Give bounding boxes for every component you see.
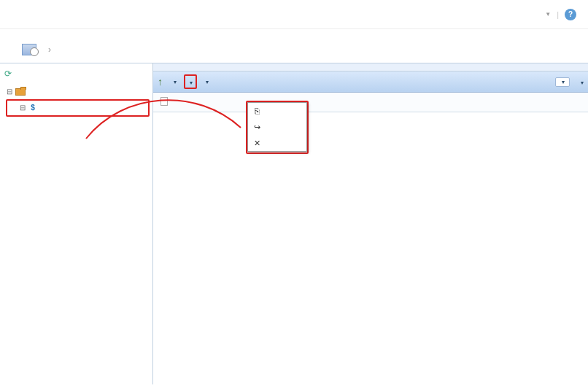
annotation-box-tree: ⊟ $ bbox=[6, 99, 150, 117]
copy-icon: ⎘ bbox=[252, 107, 261, 115]
mostrar-count[interactable] bbox=[579, 77, 584, 86]
annotation-box-dropdown: ⎘ ↪ ✕ bbox=[246, 101, 309, 154]
breadcrumb-sep: › bbox=[48, 44, 51, 55]
breadcrumb: › bbox=[0, 29, 588, 63]
menu-mover[interactable]: ↪ bbox=[248, 119, 306, 135]
th-check[interactable] bbox=[153, 97, 175, 107]
tree-test-grupos[interactable]: ⊟ $ bbox=[7, 101, 148, 114]
th-type[interactable] bbox=[175, 97, 198, 107]
annotation-box-acciones bbox=[184, 74, 197, 89]
content-title bbox=[153, 63, 588, 71]
tb-nuevo[interactable] bbox=[172, 79, 177, 85]
table bbox=[153, 93, 588, 384]
menu-copiar[interactable]: ⎘ bbox=[248, 103, 306, 119]
subsite-icon: $ bbox=[28, 103, 37, 112]
acciones-menu: ⎘ ↪ ✕ bbox=[247, 102, 307, 152]
menu-eliminar[interactable]: ✕ bbox=[248, 135, 306, 151]
help-icon[interactable]: ? bbox=[565, 9, 576, 20]
move-icon: ↪ bbox=[252, 123, 261, 131]
collapse-toggle[interactable]: ⊟ bbox=[19, 104, 26, 112]
page-icon bbox=[160, 97, 168, 106]
tb-mostrar[interactable] bbox=[577, 77, 584, 86]
up-arrow-icon: ↑ bbox=[158, 76, 163, 88]
tb-config[interactable] bbox=[204, 79, 209, 85]
table-head bbox=[153, 93, 588, 112]
divider: | bbox=[557, 10, 559, 19]
tree: ⊟ ⊟ $ bbox=[0, 81, 152, 117]
tb-vista[interactable] bbox=[555, 77, 570, 87]
refresh-link[interactable]: ⟳ bbox=[0, 66, 152, 81]
toolbar: ↑ bbox=[153, 71, 588, 93]
sidebar: ⟳ ⊟ ⊟ $ bbox=[0, 63, 153, 384]
delete-icon: ✕ bbox=[252, 139, 261, 147]
topbar: ▼ | ? bbox=[0, 0, 588, 29]
tb-up[interactable]: ↑ bbox=[158, 76, 165, 88]
tree-root[interactable]: ⊟ bbox=[4, 85, 152, 98]
site-icon bbox=[15, 88, 26, 96]
collapse-toggle[interactable]: ⊟ bbox=[6, 88, 13, 96]
content: ↑ bbox=[153, 63, 588, 384]
refresh-icon: ⟳ bbox=[4, 69, 12, 79]
tb-acciones[interactable] bbox=[188, 80, 193, 86]
th-title[interactable] bbox=[198, 97, 489, 107]
th-mod[interactable] bbox=[489, 97, 543, 107]
user-menu-caret[interactable]: ▼ bbox=[545, 11, 551, 18]
site-settings-icon bbox=[22, 44, 36, 55]
th-by[interactable] bbox=[543, 97, 588, 107]
